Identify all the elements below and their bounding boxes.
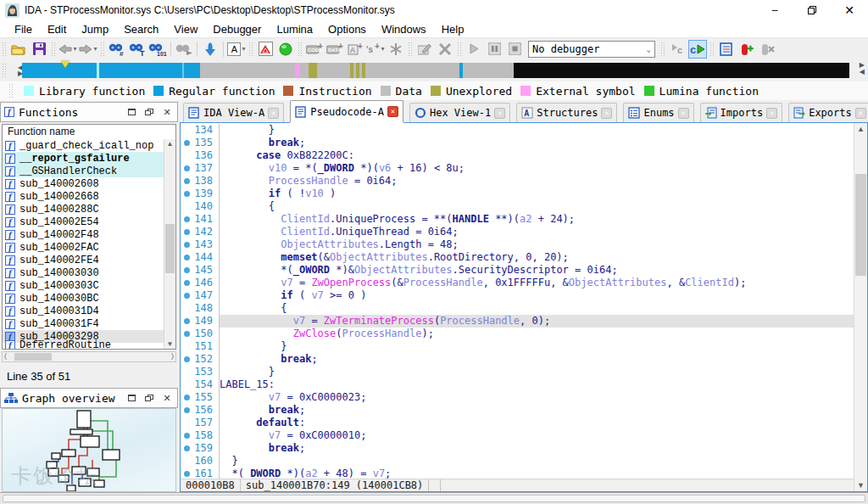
line-number[interactable]: 149 <box>181 315 220 328</box>
line-number[interactable]: 155 <box>181 391 220 404</box>
breakpoint-dot-icon[interactable] <box>184 407 190 413</box>
breakpoint-dot-icon[interactable] <box>184 229 190 235</box>
open-file-button[interactable] <box>9 40 28 59</box>
delete-function-button[interactable] <box>436 40 454 59</box>
code-line[interactable]: 158 v7 = 0xC0000010; <box>181 429 854 442</box>
band-segment[interactable] <box>356 63 359 78</box>
function-list-item[interactable]: fsub_1400031F4 <box>3 317 175 330</box>
tab-close-icon[interactable]: ✕ <box>601 108 612 119</box>
panel-close-button[interactable]: ✕ <box>160 392 174 404</box>
code-line[interactable]: 134 } <box>181 124 854 137</box>
breakpoint-dot-icon[interactable] <box>184 433 190 439</box>
function-list-item[interactable]: fDeferredRoutine <box>3 343 175 348</box>
function-list-item[interactable]: fsub_14000288C <box>3 203 175 216</box>
code-line[interactable]: 149 v7 = ZwTerminateProcess(ProcessHandl… <box>181 315 854 328</box>
tab-enums[interactable]: Enums ✕ <box>623 103 693 122</box>
toolbar-grip[interactable] <box>660 42 665 57</box>
tab-pseudocode-a[interactable]: Pseudocode-A ✕ <box>290 100 403 122</box>
pseudocode-lines[interactable]: 134 }135 break;136 case 0xB822200C:137 v… <box>181 124 854 479</box>
navigate-back-button[interactable]: ▾ <box>58 40 77 59</box>
code-line[interactable]: 152 break; <box>181 353 854 366</box>
breakpoint-dot-icon[interactable] <box>184 331 190 337</box>
breakpoint-dot-icon[interactable] <box>184 178 190 184</box>
line-number[interactable]: 146 <box>181 277 220 289</box>
code-line[interactable]: 143 ObjectAttributes.Length = 48; <box>181 238 854 251</box>
line-number[interactable]: 143 <box>181 238 220 251</box>
tab-close-icon[interactable]: ✕ <box>494 108 505 119</box>
font-button[interactable]: A▾ <box>227 40 246 59</box>
code-line[interactable]: 150 ZwClose(ProcessHandle); <box>181 328 854 340</box>
menu-item-jump[interactable]: Jump <box>74 21 116 37</box>
line-number[interactable]: 154 <box>181 378 220 391</box>
tab-close-icon[interactable]: ✕ <box>678 108 689 119</box>
code-line[interactable]: 145 *(_OWORD *)&ObjectAttributes.Securit… <box>181 264 854 277</box>
functions-vertical-scrollbar[interactable]: ▲ ▼ <box>164 139 175 349</box>
debugger-pause-button[interactable] <box>485 40 504 59</box>
line-number[interactable]: 156 <box>181 404 220 417</box>
breakpoint-dot-icon[interactable] <box>184 293 190 299</box>
panel-close-button[interactable]: ✕ <box>160 106 174 118</box>
code-line[interactable]: 137 v10 = *(_DWORD *)(v6 + 16) < 8u; <box>181 162 854 175</box>
breakpoint-dot-icon[interactable] <box>184 395 190 400</box>
line-number[interactable]: 137 <box>181 162 220 175</box>
code-line[interactable]: 153 } <box>181 366 854 378</box>
pseudocode-scrollbar[interactable]: ▲ ▼ <box>854 123 867 491</box>
line-number[interactable]: 140 <box>181 200 220 213</box>
function-list-item[interactable]: fsub_140002668 <box>3 190 175 203</box>
toolbar-grip[interactable] <box>408 42 413 57</box>
toolbar-grip[interactable] <box>457 42 462 57</box>
function-list-item[interactable]: fsub_140003030 <box>3 266 175 279</box>
panel-restore-button[interactable] <box>142 106 156 118</box>
lumina-button[interactable] <box>276 40 295 59</box>
toolbar-grip[interactable] <box>298 42 303 57</box>
code-line[interactable]: 151 } <box>181 340 854 353</box>
tab-close-icon[interactable]: ✕ <box>387 106 398 117</box>
function-list-item[interactable]: fsub_14000303C <box>3 279 175 292</box>
debugger-stop-button[interactable] <box>505 40 524 59</box>
band-segment[interactable] <box>182 63 184 78</box>
menu-item-help[interactable]: Help <box>434 21 472 37</box>
menu-item-lumina[interactable]: Lumina <box>269 21 320 37</box>
line-number[interactable]: 153 <box>181 366 220 378</box>
code-line[interactable]: 156 break; <box>181 404 854 417</box>
breakpoint-dot-icon[interactable] <box>184 216 190 222</box>
line-number[interactable]: 148 <box>181 302 220 315</box>
code-line[interactable]: 155 v7 = 0xC0000023; <box>181 391 854 404</box>
menu-item-debugger[interactable]: Debugger <box>205 21 269 37</box>
code-line[interactable]: 141 ClientId.UniqueProcess = **(HANDLE *… <box>181 213 854 226</box>
code-line[interactable]: 159 break; <box>181 442 854 455</box>
breakpoint-dot-icon[interactable] <box>184 140 190 146</box>
graph-overview-canvas[interactable]: ... 卡饭论坛 <box>2 408 176 492</box>
code-line[interactable]: 154LABEL_15: <box>181 378 854 391</box>
line-number[interactable]: 142 <box>181 226 220 238</box>
code-line[interactable]: 147 if ( v7 >= 0 ) <box>181 289 854 302</box>
code-line[interactable]: 157 default: <box>181 417 854 429</box>
jump-button[interactable] <box>201 40 220 59</box>
line-number[interactable]: 158 <box>181 429 220 442</box>
band-segment[interactable] <box>350 63 353 78</box>
line-number[interactable]: 134 <box>181 124 220 137</box>
navband-right-arrows[interactable]: ▶◀ <box>860 62 865 76</box>
menu-item-options[interactable]: Options <box>320 21 374 37</box>
navigate-forward-button[interactable]: ▾ <box>79 40 97 59</box>
tab-hex-view-1[interactable]: Hex View-1 ✕ <box>409 103 510 122</box>
edit-function-button[interactable] <box>415 40 434 59</box>
debugger-select[interactable]: No debugger⌄ <box>528 41 655 58</box>
make-data-button[interactable]: DATA+ <box>326 40 344 59</box>
menu-item-windows[interactable]: Windows <box>374 21 434 37</box>
code-line[interactable]: 161 *(_DWORD *)(a2 + 48) = v7; <box>181 468 854 479</box>
code-line[interactable]: 135 break; <box>181 137 854 149</box>
toolbar-grip[interactable] <box>51 42 56 57</box>
functions-column-header[interactable]: Function name <box>3 125 175 139</box>
tab-imports[interactable]: Imports ✕ <box>700 103 783 122</box>
function-list-item[interactable]: f_guard_check_icall_nop <box>3 139 175 152</box>
code-line[interactable]: 146 v7 = ZwOpenProcess(&ProcessHandle, 0… <box>181 277 854 289</box>
close-button[interactable]: ✕ <box>831 0 868 20</box>
breakpoint-dot-icon[interactable] <box>184 280 190 286</box>
line-number[interactable]: 159 <box>181 442 220 455</box>
navband-grip[interactable] <box>2 63 7 78</box>
band-segment[interactable] <box>362 63 365 78</box>
search-next-button[interactable] <box>175 40 193 59</box>
make-code-button[interactable]: CODE+ <box>305 40 324 59</box>
function-list-item[interactable]: fsub_140002F48 <box>3 228 175 241</box>
